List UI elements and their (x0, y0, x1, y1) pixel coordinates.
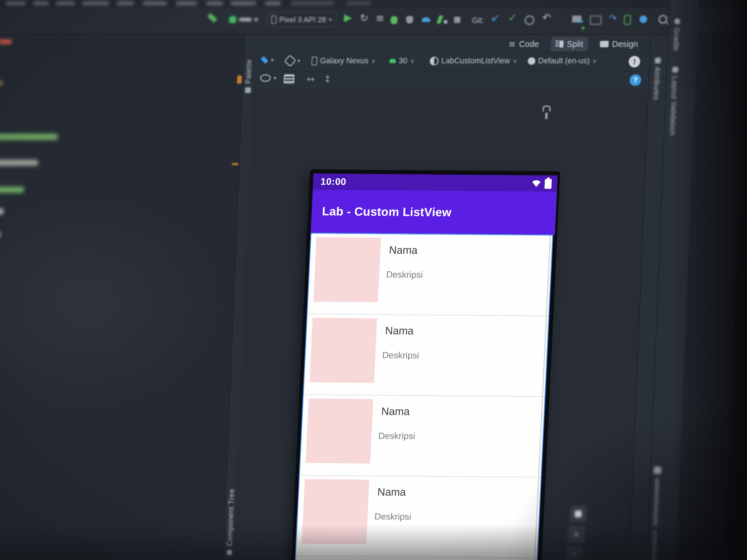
layout-validation-icon (672, 67, 678, 73)
list-item[interactable]: NamaDeskripsi (300, 395, 544, 478)
chevron-down-icon: ∨ (513, 58, 517, 64)
device-selector[interactable]: Pixel 3 API 28 ▾ (266, 12, 337, 27)
api-version-selector[interactable]: 30 ∨ (389, 56, 415, 65)
android-studio-window: Pixel 3 API 28 ▾ ▶ ↻ ≡ Git: ↙ ✓ ↶ (0, 0, 747, 560)
run-window-icon[interactable] (590, 16, 602, 31)
tab-split-label: Split (567, 39, 583, 49)
component-tree-tab-label: Component Tree (225, 488, 236, 546)
phone-preview[interactable]: 10:00 Lab - Custom ListView NamaDeskrips… (289, 169, 560, 560)
orientation-horizontal-icon[interactable]: ↔ (307, 74, 315, 85)
undo-icon[interactable]: ↶ (542, 11, 551, 23)
editor-mode-tabs: ≡ Code Split Design (504, 37, 643, 51)
orientation-selector[interactable]: ▾ (286, 56, 300, 65)
file-tab[interactable] (0, 39, 12, 44)
module-selector[interactable] (224, 12, 263, 27)
eye-icon (260, 74, 271, 82)
attributes-tab-label: Attributes (652, 67, 662, 100)
palette-tab-label: Palette (244, 59, 253, 84)
list-item[interactable]: NamaDeskripsi (308, 234, 552, 316)
zoom-in-button[interactable]: + (568, 526, 585, 542)
battery-icon (544, 179, 552, 189)
chevron-down-icon: ∨ (593, 58, 597, 64)
listview[interactable]: NamaDeskripsiNamaDeskripsiNamaDeskripsiN… (293, 233, 553, 560)
item-description: Deskripsi (386, 269, 423, 280)
image-placeholder (306, 398, 373, 463)
chevron-down-icon: ▾ (329, 16, 332, 23)
app-bar: Lab - Custom ListView (311, 190, 557, 235)
item-name: Nama (377, 486, 406, 498)
sync-project-icon[interactable]: ↷ (609, 13, 617, 24)
device-for-preview[interactable]: Galaxy Nexus ∨ (312, 56, 376, 65)
locale-selector[interactable]: Default (en-us) ∨ (528, 56, 597, 65)
device-selector-label: Pixel 3 API 28 (279, 15, 326, 24)
design-surface-selector[interactable]: ▾ (261, 56, 274, 63)
apply-changes-icon[interactable] (438, 16, 447, 25)
git-label: Git: (472, 16, 484, 25)
design-icon (600, 41, 609, 47)
android-icon (389, 59, 396, 63)
git-update-icon[interactable]: ↙ (491, 11, 500, 23)
menu-bar (0, 0, 747, 7)
run-button[interactable]: ▶ (344, 11, 352, 23)
main-toolbar: Pixel 3 API 28 ▾ ▶ ↻ ≡ Git: ↙ ✓ ↶ (0, 7, 747, 34)
tab-design-label: Design (612, 39, 638, 49)
profiler-gauge-icon[interactable] (422, 17, 431, 23)
attributes-tab[interactable]: Attributes (652, 58, 662, 100)
item-name: Nama (381, 405, 410, 418)
palette-tab[interactable]: Palette (243, 59, 253, 93)
tab-code[interactable]: ≡ Code (504, 37, 544, 51)
code-editor[interactable] (0, 34, 244, 560)
layers-icon (260, 56, 268, 64)
project-folder-icon[interactable] (572, 16, 583, 24)
gradle-icon (674, 19, 680, 24)
device-manager-icon[interactable] (624, 15, 631, 26)
gradle-tab[interactable]: Gradle (672, 19, 681, 51)
view-options-toolbar: ▾ ↔ ↕ ? (253, 72, 649, 90)
item-description: Deskripsi (382, 350, 419, 361)
item-name: Nama (385, 325, 414, 337)
search-icon[interactable] (659, 15, 669, 25)
sdk-manager-icon[interactable] (640, 16, 647, 24)
tab-code-label: Code (519, 39, 539, 49)
build-hammer-icon[interactable] (207, 16, 217, 21)
zoom-to-fit-button[interactable] (570, 506, 587, 522)
design-panel: ≡ Code Split Design ▾ (233, 34, 650, 560)
debug-bug-icon[interactable] (390, 16, 397, 25)
zoom-out-button[interactable]: − (566, 546, 583, 560)
theme-icon (430, 57, 439, 65)
git-commit-icon[interactable]: ✓ (508, 11, 517, 23)
view-options[interactable]: ▾ (260, 74, 277, 82)
theme-selector[interactable]: LabCustomListView ∨ (430, 56, 517, 65)
image-placeholder (302, 479, 369, 544)
attach-debugger-icon[interactable] (406, 16, 413, 25)
orientation-vertical-icon[interactable]: ↕ (324, 74, 331, 85)
attributes-icon (655, 58, 661, 63)
rerun-icon[interactable]: ↻ (360, 12, 368, 24)
status-time: 10:00 (320, 176, 346, 187)
theme-label: LabCustomListView (441, 56, 510, 65)
gradle-tab-label: Gradle (672, 28, 681, 51)
warning-badge[interactable]: ! (628, 56, 641, 68)
layout-variants-icon[interactable] (284, 74, 294, 83)
list-item[interactable]: NamaDeskripsi (304, 314, 548, 397)
design-canvas[interactable]: 10:00 Lab - Custom ListView NamaDeskrips… (233, 89, 648, 560)
globe-icon (528, 57, 536, 65)
code-icon: ≡ (508, 39, 516, 49)
item-description: Deskripsi (375, 511, 412, 522)
device-file-explorer-tab[interactable] (650, 466, 662, 560)
phone-icon (312, 57, 317, 65)
chevron-down-icon: ∨ (410, 58, 415, 64)
design-toolbar: ▾ ▾ Galaxy Nexus ∨ 30 ∨ LabCustomListVie… (254, 52, 650, 72)
list-item[interactable]: NamaDeskripsi (296, 476, 541, 558)
editor-warning-mark (232, 163, 238, 165)
tab-split[interactable]: Split (551, 37, 588, 51)
history-clock-icon[interactable] (524, 16, 534, 26)
tab-design[interactable]: Design (595, 37, 643, 51)
wrench-icon (542, 105, 551, 119)
layout-validation-tab[interactable]: Layout Validation (668, 67, 679, 136)
palette-icon (245, 87, 251, 93)
help-button[interactable]: ? (629, 74, 642, 86)
run-list-icon[interactable]: ≡ (376, 12, 385, 24)
stop-button[interactable] (454, 17, 461, 24)
device-file-explorer-icon (654, 466, 662, 474)
